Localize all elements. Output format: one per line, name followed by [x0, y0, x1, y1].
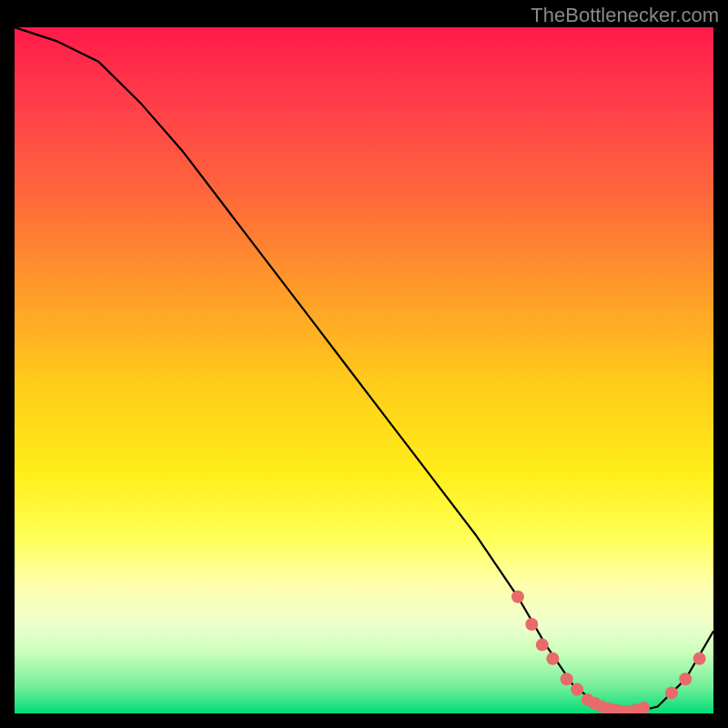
attribution-text: TheBottlenecker.com [531, 4, 719, 27]
chart-gradient-background [15, 27, 713, 713]
